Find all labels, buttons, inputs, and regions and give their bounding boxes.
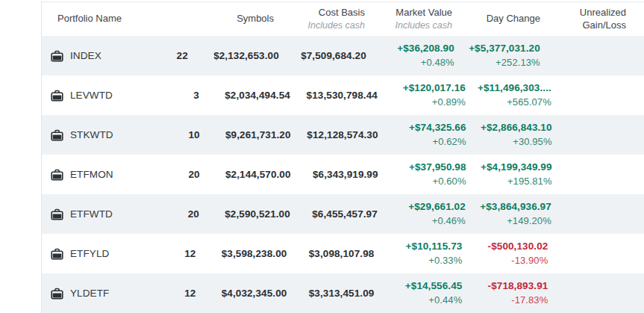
unrealized-cell: -$718,893.91 -17.83% <box>462 273 565 313</box>
day-change-cell: +$36,208.90 +0.48% <box>366 36 454 75</box>
unrealized-amount: +$4,199,349.99 <box>481 160 552 175</box>
symbols-cell: 3 <box>113 75 199 115</box>
market-value-cell: $3,313,451.09 <box>287 273 374 313</box>
cost-basis-header-label: Cost Basis <box>319 7 365 19</box>
unrealized-percent: +30.95% <box>513 135 551 149</box>
portfolio-table: Portfolio Name Symbols Cost Basis Includ… <box>41 1 644 313</box>
day-change-cell: +$74,325.66 +0.62% <box>378 115 466 155</box>
unrealized-percent: -13.90% <box>511 254 548 268</box>
column-header-day-change[interactable]: Day Change <box>452 2 540 36</box>
briefcase-icon <box>51 50 63 62</box>
market-value-cell: $12,128,574.30 <box>291 115 378 155</box>
table-row[interactable]: YLDETF 12 $4,032,345.00 $3,313,451.09 +$… <box>42 273 644 313</box>
symbols-header-label: Symbols <box>237 13 274 25</box>
cost-basis-cell: $2,034,494.54 <box>199 75 290 115</box>
day-change-percent: +0.44% <box>428 294 462 308</box>
portfolio-name-cell[interactable]: STKWTD <box>42 115 113 155</box>
unrealized-amount: +$5,377,031.20 <box>469 41 540 56</box>
day-change-percent: +0.89% <box>432 96 466 110</box>
market-value-cell: $6,455,457.97 <box>290 194 378 234</box>
table-row[interactable]: LEVWTD 3 $2,034,494.54 $13,530,798.44 +$… <box>42 75 644 115</box>
table-row[interactable]: INDEX 22 $2,132,653.00 $7,509,684.20 +$3… <box>42 36 644 75</box>
unrealized-cell: +$11,496,303.... +565.07% <box>466 75 569 115</box>
portfolio-name-cell[interactable]: ETFYLD <box>42 234 109 273</box>
unrealized-amount: +$11,496,303.... <box>478 81 551 96</box>
market-value-subheader: Includes cash <box>396 20 452 32</box>
portfolio-name-label: STKWTD <box>70 129 113 140</box>
day-change-percent: +0.62% <box>433 135 466 149</box>
day-change-percent: +0.48% <box>421 56 454 70</box>
briefcase-icon <box>51 90 63 102</box>
unrealized-percent: +252.13% <box>495 56 540 70</box>
unrealized-cell: +$5,377,031.20 +252.13% <box>454 36 557 75</box>
unrealized-percent: +149.20% <box>507 214 551 229</box>
market-value-cell: $6,343,919.99 <box>291 155 378 194</box>
unrealized-percent: -17.83% <box>511 294 548 308</box>
day-change-cell: +$37,950.98 +0.60% <box>378 155 466 194</box>
cost-basis-cell: $4,032,345.00 <box>196 273 287 313</box>
market-value-cell: $3,098,107.98 <box>287 234 374 273</box>
symbols-cell: 20 <box>113 155 200 194</box>
portfolio-name-label: INDEX <box>70 50 101 61</box>
symbols-cell: 12 <box>109 273 196 313</box>
day-change-cell: +$120,017.16 +0.89% <box>378 75 466 115</box>
table-header: Portfolio Name Symbols Cost Basis Includ… <box>42 2 644 36</box>
day-change-amount: +$10,115.73 <box>406 239 463 254</box>
day-change-percent: +0.60% <box>433 175 466 189</box>
portfolio-name-cell[interactable]: INDEX <box>42 36 101 75</box>
table-row[interactable]: ETFWTD 20 $2,590,521.00 $6,455,457.97 +$… <box>42 194 644 234</box>
briefcase-icon <box>51 129 63 141</box>
column-header-unrealized[interactable]: Unrealized Gain/Loss <box>540 2 643 36</box>
column-header-market-value[interactable]: Market Value Includes cash <box>365 2 452 36</box>
cost-basis-subheader: Includes cash <box>308 20 365 32</box>
day-change-cell: +$10,115.73 +0.33% <box>374 234 462 273</box>
unrealized-amount: -$718,893.91 <box>488 279 548 294</box>
portfolio-name-label: ETFWTD <box>70 208 113 220</box>
portfolio-name-header-label: Portfolio Name <box>57 13 122 25</box>
symbols-cell: 22 <box>101 36 188 75</box>
column-header-cost-basis[interactable]: Cost Basis Includes cash <box>274 2 365 36</box>
day-change-cell: +$14,556.45 +0.44% <box>374 273 462 313</box>
table-row[interactable]: ETFMON 20 $2,144,570.00 $6,343,919.99 +$… <box>42 155 644 194</box>
briefcase-icon <box>51 208 63 220</box>
unrealized-header-label: Unrealized Gain/Loss <box>568 7 626 31</box>
portfolio-name-label: YLDETF <box>70 288 109 299</box>
briefcase-icon <box>51 169 63 181</box>
day-change-amount: +$120,017.16 <box>403 81 466 96</box>
cost-basis-cell: $9,261,731.20 <box>200 115 291 155</box>
symbols-cell: 12 <box>109 234 196 273</box>
day-change-amount: +$37,950.98 <box>409 160 466 175</box>
unrealized-cell: +$4,199,349.99 +195.81% <box>466 155 569 194</box>
market-value-header-label: Market Value <box>396 7 452 19</box>
unrealized-amount: +$3,864,936.97 <box>480 199 551 214</box>
unrealized-amount: +$2,866,843.10 <box>481 120 552 135</box>
portfolio-name-cell[interactable]: ETFMON <box>42 155 113 194</box>
day-change-header-label: Day Change <box>487 13 540 25</box>
day-change-amount: +$29,661.02 <box>408 199 466 214</box>
portfolio-name-cell[interactable]: ETFWTD <box>42 194 113 234</box>
day-change-amount: +$36,208.90 <box>397 41 454 56</box>
unrealized-cell: +$3,864,936.97 +149.20% <box>466 194 569 234</box>
day-change-percent: +0.33% <box>428 254 462 268</box>
symbols-cell: 20 <box>113 194 199 234</box>
table-row[interactable]: STKWTD 10 $9,261,731.20 $12,128,574.30 +… <box>42 115 644 155</box>
cost-basis-cell: $2,132,653.00 <box>188 36 279 75</box>
briefcase-icon <box>51 248 63 260</box>
cost-basis-cell: $3,598,238.00 <box>196 234 287 273</box>
portfolio-name-cell[interactable]: LEVWTD <box>42 75 113 115</box>
day-change-percent: +0.46% <box>432 214 466 229</box>
portfolio-name-cell[interactable]: YLDETF <box>42 273 109 313</box>
symbols-cell: 10 <box>113 115 200 155</box>
portfolio-name-label: ETFYLD <box>70 248 109 259</box>
column-header-symbols[interactable]: Symbols <box>187 2 274 36</box>
column-header-portfolio-name[interactable]: Portfolio Name <box>42 2 187 36</box>
cost-basis-cell: $2,590,521.00 <box>199 194 290 234</box>
market-value-cell: $7,509,684.20 <box>279 36 366 75</box>
unrealized-cell: -$500,130.02 -13.90% <box>462 234 565 273</box>
unrealized-cell: +$2,866,843.10 +30.95% <box>466 115 569 155</box>
table-row[interactable]: ETFYLD 12 $3,598,238.00 $3,098,107.98 +$… <box>42 234 644 273</box>
unrealized-percent: +195.81% <box>507 175 552 189</box>
cost-basis-cell: $2,144,570.00 <box>200 155 291 194</box>
day-change-cell: +$29,661.02 +0.46% <box>378 194 466 234</box>
market-value-cell: $13,530,798.44 <box>290 75 378 115</box>
